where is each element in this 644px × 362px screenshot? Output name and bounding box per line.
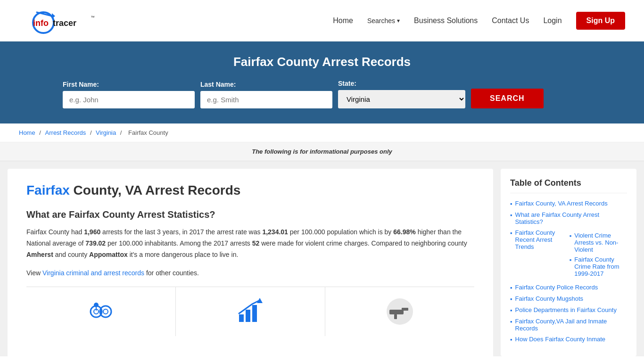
nav-links: Home Searches ▾ Business Solutions Conta… <box>333 12 625 30</box>
section1-heading: What are Fairfax County Arrest Statistic… <box>26 209 474 220</box>
top-nav: info tracer ™ Home Searches ▾ Business S… <box>0 0 644 41</box>
stat-national: 739.02 <box>85 239 106 247</box>
nav-home[interactable]: Home <box>333 16 353 25</box>
searches-chevron: ▾ <box>397 17 400 24</box>
toc-link[interactable]: What are Fairfax County Arrest Statistic… <box>515 211 627 225</box>
svg-rect-19 <box>402 308 408 311</box>
toc-item: Fairfax County, VA Arrest Records <box>510 200 627 207</box>
toc-sub-link[interactable]: Fairfax County Crime Rate from 1999-2017 <box>574 256 627 277</box>
nav-searches[interactable]: Searches ▾ <box>367 17 400 25</box>
breadcrumb-arrest-records[interactable]: Arrest Records <box>45 129 86 136</box>
svg-rect-15 <box>252 305 257 322</box>
toc-sub-link[interactable]: Violent Crime Arrests vs. Non-Violent <box>574 232 627 253</box>
last-name-input[interactable] <box>200 91 332 108</box>
info-note-text: The following is for informational purpo… <box>252 148 392 155</box>
logo[interactable]: info tracer ™ <box>19 7 104 35</box>
icon-cell-handcuffs <box>26 287 176 336</box>
main-content: Fairfax County, VA Arrest Records What a… <box>0 161 644 356</box>
first-name-group: First Name: <box>63 81 195 108</box>
svg-text:info: info <box>33 18 49 28</box>
toc-link[interactable]: Fairfax County Recent Arrest Trends <box>515 229 562 250</box>
stat-violent: 52 <box>252 239 260 247</box>
state-group: State: AlabamaAlaskaArizonaArkansasCalif… <box>338 80 465 108</box>
para2-suffix: for other counties. <box>144 269 199 277</box>
para2-prefix: View <box>26 269 42 277</box>
toc-link[interactable]: Police Departments in Fairfax County <box>515 306 617 313</box>
article-paragraph1: Fairfax County had 1,960 arrests for the… <box>26 227 474 260</box>
stat-pct: 66.98% <box>393 228 415 236</box>
icon-cell-chart <box>176 287 325 336</box>
first-name-input[interactable] <box>63 91 195 108</box>
svg-rect-13 <box>239 314 244 322</box>
search-button[interactable]: SEARCH <box>471 89 544 108</box>
last-name-group: Last Name: <box>200 81 332 108</box>
first-name-label: First Name: <box>63 81 195 88</box>
stat-appomattox: Appomattox <box>89 251 128 258</box>
search-form: First Name: Last Name: State: AlabamaAla… <box>63 80 581 108</box>
svg-rect-20 <box>394 314 397 319</box>
toc-link[interactable]: Fairfax County Mugshots <box>515 295 584 302</box>
virginia-records-link[interactable]: Virginia criminal and arrest records <box>42 269 144 277</box>
toc-link[interactable]: Fairfax County,VA Jail and Inmate Record… <box>515 318 627 332</box>
toc-item: Fairfax County Mugshots <box>510 295 627 303</box>
chart-icon <box>235 296 265 327</box>
signup-button[interactable]: Sign Up <box>576 12 625 30</box>
handcuffs-icon <box>86 296 116 327</box>
article-area: Fairfax County, VA Arrest Records What a… <box>8 169 493 356</box>
login-button[interactable]: Login <box>543 16 561 25</box>
svg-text:tracer: tracer <box>53 18 76 28</box>
toc-item: How Does Fairfax County Inmate <box>510 336 627 343</box>
breadcrumb-home[interactable]: Home <box>19 129 35 136</box>
article-paragraph2: View Virginia criminal and arrest record… <box>26 268 474 279</box>
toc-item: What are Fairfax County Arrest Statistic… <box>510 211 627 225</box>
breadcrumb-virginia[interactable]: Virginia <box>96 129 116 136</box>
icon-cell-gun <box>325 287 474 336</box>
stat-rate: 1,234.01 <box>262 228 288 236</box>
toc-item: Fairfax County Recent Arrest TrendsViole… <box>510 229 627 280</box>
article-title: Fairfax County, VA Arrest Records <box>26 183 474 198</box>
svg-point-11 <box>94 303 99 307</box>
toc-link[interactable]: Fairfax County, VA Arrest Records <box>515 200 608 207</box>
toc-list: Fairfax County, VA Arrest RecordsWhat ar… <box>510 200 627 343</box>
article-title-rest: County, VA Arrest Records <box>70 183 241 197</box>
banner-title: Fairfax County Arrest Records <box>19 55 625 69</box>
toc-item: Fairfax County Police Records <box>510 284 627 291</box>
article-title-highlight: Fairfax <box>26 183 70 197</box>
gun-icon <box>385 296 415 327</box>
breadcrumb: Home / Arrest Records / Virginia / Fairf… <box>0 123 644 142</box>
last-name-label: Last Name: <box>200 81 332 88</box>
toc-item: Fairfax County,VA Jail and Inmate Record… <box>510 318 627 332</box>
svg-rect-14 <box>246 310 250 322</box>
toc-link[interactable]: Fairfax County Police Records <box>515 284 598 291</box>
icons-row <box>26 287 474 336</box>
svg-point-10 <box>103 309 108 314</box>
stat-arrests: 1,960 <box>84 228 100 236</box>
sidebar: Table of Contents Fairfax County, VA Arr… <box>493 161 644 356</box>
stat-amherst: Amherst <box>26 251 53 258</box>
toc-heading: Table of Contents <box>510 178 627 193</box>
info-note: The following is for informational purpo… <box>0 142 644 161</box>
breadcrumb-fairfax: Fairfax County <box>128 129 168 136</box>
searches-label: Searches <box>367 17 395 25</box>
state-label: State: <box>338 80 465 87</box>
search-banner: Fairfax County Arrest Records First Name… <box>0 41 644 123</box>
toc-box: Table of Contents Fairfax County, VA Arr… <box>501 169 636 356</box>
svg-rect-18 <box>389 310 404 314</box>
state-select[interactable]: AlabamaAlaskaArizonaArkansasCaliforniaCo… <box>338 90 465 108</box>
svg-text:™: ™ <box>91 15 95 20</box>
nav-contact-us[interactable]: Contact Us <box>492 16 529 25</box>
nav-business-solutions[interactable]: Business Solutions <box>414 16 478 25</box>
toc-item: Police Departments in Fairfax County <box>510 306 627 314</box>
toc-link[interactable]: How Does Fairfax County Inmate <box>515 336 605 343</box>
